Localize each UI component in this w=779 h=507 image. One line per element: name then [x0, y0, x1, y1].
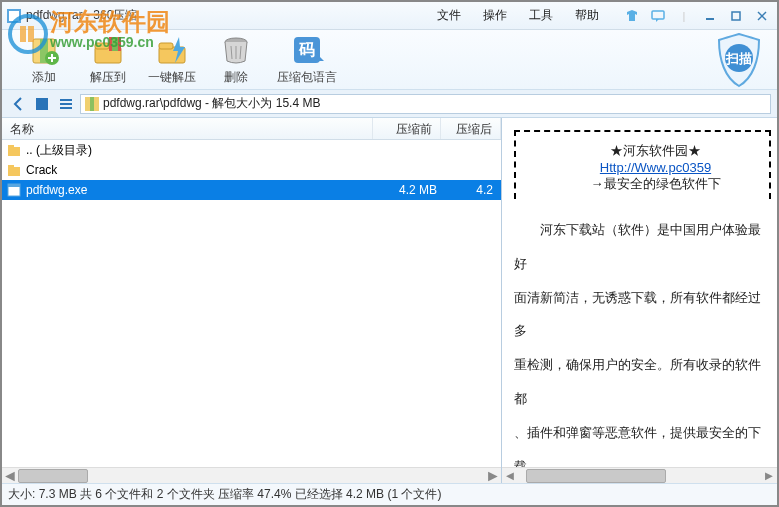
lang-icon: 码 — [290, 33, 324, 67]
col-after[interactable]: 压缩后 — [441, 118, 501, 139]
svg-text:扫描: 扫描 — [725, 51, 752, 66]
svg-text:码: 码 — [298, 41, 315, 58]
archive-icon — [85, 97, 99, 111]
file-panel: 名称 压缩前 压缩后 .. (上级目录) Crack pdfdwg.exe 4.… — [2, 118, 502, 483]
toolbar-oneclick-label: 一键解压 — [148, 69, 196, 86]
content-area: 名称 压缩前 压缩后 .. (上级目录) Crack pdfdwg.exe 4.… — [2, 118, 777, 483]
preview-title: ★河东软件园★ — [548, 142, 763, 160]
svg-rect-5 — [652, 11, 664, 19]
toolbar-delete-label: 删除 — [224, 69, 248, 86]
minimize-button[interactable] — [699, 7, 721, 25]
close-button[interactable] — [751, 7, 773, 25]
one-click-icon — [155, 33, 189, 67]
svg-rect-18 — [112, 37, 118, 51]
svg-rect-7 — [732, 12, 740, 20]
view-icons-button[interactable] — [32, 94, 52, 114]
exe-icon — [6, 182, 22, 198]
scan-button[interactable]: 扫描 — [711, 32, 767, 88]
folder-icon — [6, 162, 22, 178]
menu-tools[interactable]: 工具 — [519, 4, 563, 27]
toolbar-extract-to[interactable]: 解压到 — [76, 33, 140, 86]
toolbar-lang-label: 压缩包语言 — [277, 69, 337, 86]
maximize-button[interactable] — [725, 7, 747, 25]
delete-icon — [219, 33, 253, 67]
file-row-crack[interactable]: Crack — [2, 160, 501, 180]
preview-panel: ★河东软件园★ Http://Www.pc0359 →最安全的绿色软件下 河东下… — [502, 118, 777, 483]
toolbar-delete[interactable]: 删除 — [204, 33, 268, 86]
view-list-button[interactable] — [56, 94, 76, 114]
feedback-icon[interactable] — [647, 7, 669, 25]
svg-rect-34 — [90, 97, 94, 111]
toolbar-lang[interactable]: 码 压缩包语言 — [268, 33, 346, 86]
navigation-bar: pdfdwg.rar\pdfdwg - 解包大小为 15.4 MB — [2, 90, 777, 118]
address-path: pdfdwg.rar\pdfdwg — [103, 96, 202, 110]
statusbar: 大小: 7.3 MB 共 6 个文件和 2 个文件夹 压缩率 47.4% 已经选… — [2, 483, 777, 505]
column-headers: 名称 压缩前 压缩后 — [2, 118, 501, 140]
preview-link[interactable]: Http://Www.pc0359 — [600, 160, 711, 175]
toolbar-extract-to-label: 解压到 — [90, 69, 126, 86]
address-bar[interactable]: pdfdwg.rar\pdfdwg - 解包大小为 15.4 MB — [80, 94, 771, 114]
extract-to-icon — [91, 33, 125, 67]
window-title: pdfdwg.rar - 360压缩 — [26, 7, 137, 24]
menu-help[interactable]: 帮助 — [565, 4, 609, 27]
menu-operation[interactable]: 操作 — [473, 4, 517, 27]
toolbar-add[interactable]: 添加 — [12, 33, 76, 86]
svg-rect-36 — [8, 145, 14, 149]
file-hscrollbar[interactable]: ◄ ► — [2, 467, 501, 483]
up-folder-icon — [6, 142, 22, 158]
shirt-icon[interactable] — [621, 7, 643, 25]
svg-rect-29 — [36, 98, 48, 110]
app-icon — [6, 8, 22, 24]
add-archive-icon — [27, 33, 61, 67]
svg-rect-4 — [9, 11, 19, 21]
titlebar: pdfdwg.rar - 360压缩 文件 操作 工具 帮助 | — [2, 2, 777, 30]
toolbar-add-label: 添加 — [32, 69, 56, 86]
toolbar-oneclick[interactable]: 一键解压 — [140, 33, 204, 86]
status-text: 大小: 7.3 MB 共 6 个文件和 2 个文件夹 压缩率 47.4% 已经选… — [8, 486, 441, 503]
back-button[interactable] — [8, 94, 28, 114]
preview-subtitle: →最安全的绿色软件下 — [548, 175, 763, 193]
preview-body: 河东下载站（软件）是中国用户体验最好 面清新简洁，无诱惑下载，所有软件都经过多 … — [514, 213, 771, 483]
preview-header-box: ★河东软件园★ Http://Www.pc0359 →最安全的绿色软件下 — [514, 130, 771, 199]
col-name[interactable]: 名称 — [2, 118, 373, 139]
col-before[interactable]: 压缩前 — [373, 118, 441, 139]
address-info: - 解包大小为 15.4 MB — [202, 96, 321, 110]
menu-file[interactable]: 文件 — [427, 4, 471, 27]
svg-rect-40 — [8, 184, 20, 187]
svg-rect-38 — [8, 165, 14, 169]
svg-rect-20 — [159, 43, 173, 49]
svg-rect-16 — [95, 43, 109, 49]
main-toolbar: 添加 解压到 一键解压 删除 码 压缩包语言 扫描 — [2, 30, 777, 90]
file-row-exe[interactable]: pdfdwg.exe 4.2 MB 4.2 — [2, 180, 501, 200]
file-list[interactable]: .. (上级目录) Crack pdfdwg.exe 4.2 MB 4.2 — [2, 140, 501, 467]
preview-hscrollbar[interactable]: ◄ ► — [502, 467, 777, 483]
file-row-up[interactable]: .. (上级目录) — [2, 140, 501, 160]
